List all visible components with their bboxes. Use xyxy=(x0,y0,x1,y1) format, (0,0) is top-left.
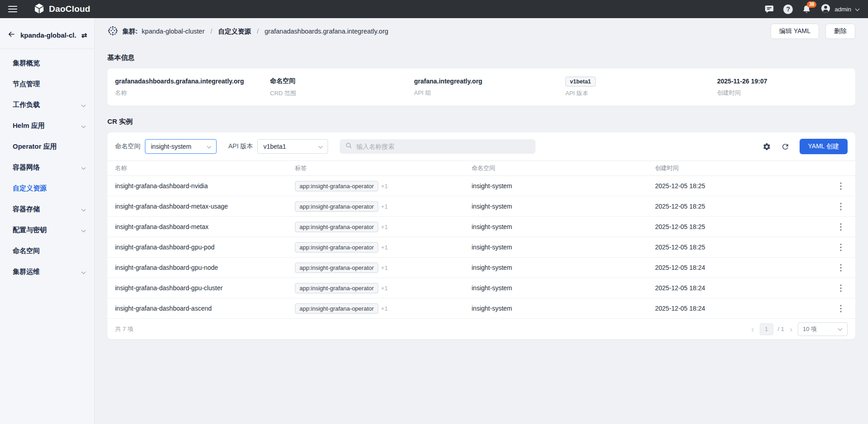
cr-name[interactable]: insight-grafana-dashboard-gpu-node xyxy=(107,264,287,271)
current-cluster-name: kpanda-global-cl... xyxy=(20,31,77,39)
chevron-down-icon xyxy=(81,205,86,213)
cr-namespace: insight-system xyxy=(464,284,647,292)
namespace-select[interactable]: insight-system xyxy=(145,139,217,154)
edit-yaml-button[interactable]: 编辑 YAML xyxy=(771,24,819,39)
cr-name[interactable]: insight-grafana-dashboard-metax-usage xyxy=(107,203,287,210)
messages-icon[interactable] xyxy=(764,4,774,14)
row-actions-icon[interactable] xyxy=(838,283,844,294)
sidebar-item-cluster-overview[interactable]: 集群概览 xyxy=(0,53,94,73)
label-chip: app:insight-grafana-operator xyxy=(295,303,378,314)
table-row[interactable]: insight-grafana-dashboard-ascend app:ins… xyxy=(107,298,855,319)
cr-namespace: insight-system xyxy=(464,264,647,271)
breadcrumb: 集群: kpanda-global-cluster / 自定义资源 / graf… xyxy=(107,25,388,38)
crd-name-label: 名称 xyxy=(115,89,270,97)
sidebar-item-config-secrets[interactable]: 配置与密钥 xyxy=(0,219,94,240)
column-header-namespace: 命名空间 xyxy=(464,164,647,172)
user-avatar-icon xyxy=(820,3,831,15)
breadcrumb-resource: grafanadashboards.grafana.integreatly.or… xyxy=(265,28,388,35)
next-page-icon[interactable]: › xyxy=(789,325,793,333)
hamburger-menu-icon[interactable] xyxy=(8,6,17,12)
cr-name[interactable]: insight-grafana-dashboard-nvidia xyxy=(107,182,287,190)
cr-namespace: insight-system xyxy=(464,182,647,190)
sidebar-item-operator-apps[interactable]: Operator 应用 xyxy=(0,136,94,157)
cr-instances-title: CR 实例 xyxy=(107,117,855,126)
sidebar-item-helm-apps[interactable]: Helm 应用 xyxy=(0,115,94,136)
row-actions-icon[interactable] xyxy=(838,303,844,314)
refresh-icon[interactable] xyxy=(781,142,790,151)
cr-created: 2025-12-05 18:24 xyxy=(647,305,826,312)
search-box[interactable] xyxy=(340,139,535,154)
row-actions-icon[interactable] xyxy=(838,262,844,273)
crd-scope-value: 命名空间 xyxy=(270,77,414,85)
breadcrumb-cluster-name[interactable]: kpanda-global-cluster xyxy=(142,28,205,35)
table-row[interactable]: insight-grafana-dashboard-metax app:insi… xyxy=(107,217,855,237)
sidebar: kpanda-global-cl... ⇄ 集群概览 节点管理 工作负载 Hel… xyxy=(0,18,95,424)
row-actions-icon[interactable] xyxy=(838,180,844,192)
filter-toolbar: 命名空间 insight-system API 版本 v1beta1 xyxy=(107,132,855,161)
top-navigation-bar: DaoCloud ? 38 admin xyxy=(0,0,868,18)
sidebar-item-custom-resources[interactable]: 自定义资源 xyxy=(0,178,94,199)
pagination: 共 7 项 ‹ 1 / 1 › 10 项 xyxy=(107,319,855,339)
settings-gear-icon[interactable] xyxy=(762,142,771,151)
cr-name[interactable]: insight-grafana-dashboard-gpu-pod xyxy=(107,244,287,251)
sidebar-item-container-network[interactable]: 容器网络 xyxy=(0,157,94,178)
cr-namespace: insight-system xyxy=(464,223,647,230)
breadcrumb-section[interactable]: 自定义资源 xyxy=(218,27,251,36)
label-chip: app:insight-grafana-operator xyxy=(295,181,378,191)
label-chip: app:insight-grafana-operator xyxy=(295,242,378,253)
yaml-create-button[interactable]: YAML 创建 xyxy=(800,139,848,154)
sidebar-item-cluster-ops[interactable]: 集群运维 xyxy=(0,261,94,282)
label-chip: app:insight-grafana-operator xyxy=(295,263,378,273)
sidebar-item-node-management[interactable]: 节点管理 xyxy=(0,73,94,94)
chevron-down-icon xyxy=(81,101,86,109)
created-time-label: 创建时间 xyxy=(717,89,848,97)
daocloud-logo-icon xyxy=(34,3,45,16)
crd-name-value: grafanadashboards.grafana.integreatly.or… xyxy=(115,78,270,85)
search-input[interactable] xyxy=(356,143,530,150)
table-row[interactable]: insight-grafana-dashboard-metax-usage ap… xyxy=(107,196,855,217)
label-chip: app:insight-grafana-operator xyxy=(295,201,378,212)
table-row[interactable]: insight-grafana-dashboard-gpu-node app:i… xyxy=(107,258,855,278)
help-icon[interactable]: ? xyxy=(783,5,793,14)
label-more-count: +1 xyxy=(381,285,388,292)
delete-button[interactable]: 删除 xyxy=(825,24,855,39)
cr-name[interactable]: insight-grafana-dashboard-ascend xyxy=(107,305,287,312)
chevron-down-icon xyxy=(207,143,212,150)
label-more-count: +1 xyxy=(381,224,388,230)
table-row[interactable]: insight-grafana-dashboard-nvidia app:ins… xyxy=(107,176,855,196)
cluster-dots-icon xyxy=(107,25,118,38)
row-actions-icon[interactable] xyxy=(838,221,844,233)
cr-created: 2025-12-05 18:24 xyxy=(647,284,826,292)
main-content: 集群: kpanda-global-cluster / 自定义资源 / graf… xyxy=(95,18,868,424)
table-row[interactable]: insight-grafana-dashboard-gpu-pod app:in… xyxy=(107,237,855,258)
previous-page-icon[interactable]: ‹ xyxy=(751,325,755,333)
cr-name[interactable]: insight-grafana-dashboard-gpu-cluster xyxy=(107,284,287,292)
user-name: admin xyxy=(834,6,851,13)
sidebar-item-namespaces[interactable]: 命名空间 xyxy=(0,240,94,261)
api-group-label: API 组 xyxy=(414,89,565,97)
cluster-switch-icon[interactable]: ⇄ xyxy=(81,31,87,39)
sidebar-item-container-storage[interactable]: 容器存储 xyxy=(0,199,94,219)
row-actions-icon[interactable] xyxy=(838,242,844,253)
cr-name[interactable]: insight-grafana-dashboard-metax xyxy=(107,223,287,230)
notifications-bell-icon[interactable]: 38 xyxy=(802,5,811,14)
column-header-name: 名称 xyxy=(107,164,287,172)
table-row[interactable]: insight-grafana-dashboard-gpu-cluster ap… xyxy=(107,278,855,298)
sidebar-divider xyxy=(0,49,94,49)
user-menu[interactable]: admin xyxy=(820,3,860,15)
api-version-badge: v1beta1 xyxy=(565,77,596,87)
chevron-down-icon xyxy=(81,226,86,234)
page-size-select[interactable]: 10 项 xyxy=(798,322,848,336)
brand[interactable]: DaoCloud xyxy=(34,3,90,16)
back-arrow-icon[interactable] xyxy=(7,30,16,40)
row-actions-icon[interactable] xyxy=(838,201,844,212)
sidebar-item-workloads[interactable]: 工作负载 xyxy=(0,94,94,115)
current-page-input[interactable]: 1 xyxy=(760,323,773,335)
table-header: 名称 标签 命名空间 创建时间 xyxy=(107,161,855,176)
cr-namespace: insight-system xyxy=(464,244,647,251)
chevron-down-icon xyxy=(318,143,323,150)
cr-namespace: insight-system xyxy=(464,203,647,210)
column-header-created: 创建时间 xyxy=(647,164,826,172)
crd-scope-label: CRD 范围 xyxy=(270,89,414,97)
api-version-select[interactable]: v1beta1 xyxy=(257,139,328,154)
